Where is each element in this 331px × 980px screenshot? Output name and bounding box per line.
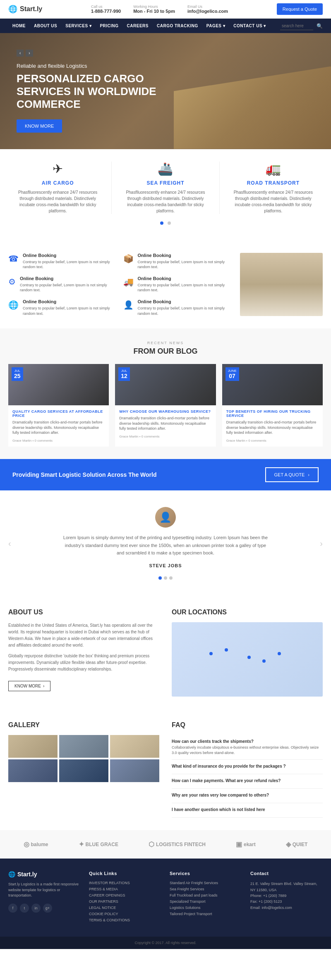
service-icon: 🚛 xyxy=(232,162,314,176)
service-desc: Phasflluorescently enhance 24/7 resource… xyxy=(232,189,314,214)
request-quote-button[interactable]: Request a Quote xyxy=(277,3,323,15)
partner-icon: ◎ xyxy=(24,840,29,848)
gallery-grid xyxy=(8,735,159,782)
get-quote-button[interactable]: GET A QUOTE › xyxy=(265,467,319,482)
feature-item: ⚙ Online Booking Contrary to popular bel… xyxy=(8,276,117,293)
footer-link[interactable]: INVESTOR RELATIONS xyxy=(89,881,161,885)
footer-service-link[interactable]: Specialized Transport xyxy=(170,899,242,904)
blog-card: JUL 12 WHY CHOOSE OUR WAREHOUSING SERVIC… xyxy=(115,364,216,447)
know-more-button[interactable]: KNOW MORE › xyxy=(8,681,50,691)
nav-link[interactable]: CAREERS xyxy=(123,19,153,33)
footer-service-link[interactable]: Logistics Solutions xyxy=(170,906,242,910)
hero-next-arrow[interactable]: › xyxy=(26,50,33,57)
testimonial-dot-2[interactable] xyxy=(164,576,167,580)
faq-item[interactable]: What kind of insurance do you provide fo… xyxy=(172,760,323,774)
gallery-image[interactable] xyxy=(8,735,58,758)
nav-link[interactable]: SERVICES ▾ xyxy=(61,19,96,33)
partner-logo: ◈QUIET xyxy=(286,840,308,848)
hours-value: Mon - Fri 10 to 5pm xyxy=(133,9,175,14)
footer-services-list: Standard Air Freight ServicesSea Freight… xyxy=(170,881,242,916)
footer-link[interactable]: LEGAL NOTICE xyxy=(89,906,161,910)
feature-desc: Contrary to popular belief, Lorem Ipsum … xyxy=(138,259,232,270)
about-text-2: Globally repurpose distinctive 'outside … xyxy=(8,653,159,673)
features-section: ☎ Online Booking Contrary to popular bel… xyxy=(0,240,331,329)
footer-service-link[interactable]: Tailored Project Transport xyxy=(170,912,242,916)
feature-desc: Contrary to popular belief, Lorem Ipsum … xyxy=(138,306,232,316)
feature-title: Online Booking xyxy=(23,299,117,304)
nav-link[interactable]: CARGO TRACKING xyxy=(153,19,202,33)
testimonial-dot-3[interactable] xyxy=(169,576,173,580)
nav-link[interactable]: PAGES ▾ xyxy=(202,19,230,33)
hero-cta-button[interactable]: KNOW MORE xyxy=(17,119,62,133)
arrow-right-icon: › xyxy=(308,472,309,477)
blog-tag: QUALITY CARGO SERVICES AT AFFORDABLE PRI… xyxy=(12,409,105,418)
faq-question: How can our clients track the shipments? xyxy=(172,739,323,744)
gallery-image[interactable] xyxy=(110,735,159,758)
arrow-right-icon: › xyxy=(43,684,44,688)
gallery-image[interactable] xyxy=(59,735,108,758)
footer-link[interactable]: TERMS & CONDITIONS xyxy=(89,918,161,922)
feature-icon: ⚙ xyxy=(8,277,16,293)
feature-text: Online Booking Contrary to popular belie… xyxy=(23,253,117,270)
social-icon[interactable]: t xyxy=(20,904,29,913)
footer-contact-title: Contact xyxy=(250,871,323,876)
blog-tag: TOP BENEFITS OF HIRING OUR TRUCKING SERV… xyxy=(226,409,319,418)
faq-item[interactable]: I have another question which is not lis… xyxy=(172,803,323,818)
nav-link[interactable]: CONTACT US ▾ xyxy=(229,19,270,33)
footer-about-col: 🌐 Start.ly Start.ly Logistics is a made … xyxy=(8,871,81,924)
footer-link[interactable]: CAREER OPENINGS xyxy=(89,893,161,897)
services-dot-2[interactable] xyxy=(168,221,171,225)
partner-logo: ⬡LOGISTICS FINTECH xyxy=(149,840,206,848)
footer-link[interactable]: PRESS & MEDIA xyxy=(89,887,161,891)
footer-service-link[interactable]: Sea Freight Services xyxy=(170,887,242,891)
gallery-image[interactable] xyxy=(59,759,108,782)
testimonial-dot-1[interactable] xyxy=(158,576,162,580)
social-icon[interactable]: in xyxy=(31,904,41,913)
testimonial-next-arrow[interactable]: › xyxy=(320,538,323,548)
call-number: 1-888-777-990 xyxy=(91,9,121,14)
features-list: ☎ Online Booking Contrary to popular bel… xyxy=(8,253,232,316)
partner-name: LOGISTICS FINTECH xyxy=(156,842,206,847)
globe-icon: 🌐 xyxy=(8,5,17,14)
feature-desc: Contrary to popular belief, Lorem Ipsum … xyxy=(20,283,117,293)
feature-item: 🚚 Online Booking Contrary to popular bel… xyxy=(123,276,232,293)
social-icon[interactable]: f xyxy=(8,904,17,913)
call-label: Call us xyxy=(91,5,121,9)
feature-desc: Contrary to popular belief, Lorem Ipsum … xyxy=(23,306,117,316)
social-icon[interactable]: g+ xyxy=(43,904,52,913)
search-icon[interactable]: 🔍 xyxy=(317,23,323,29)
footer-bottom: Copyright © 2017. All rights reserved. xyxy=(0,937,331,949)
partners-section: ◎balume✦BLUE GRACE⬡LOGISTICS FINTECH▣eka… xyxy=(0,830,331,859)
faq-answer: Collaboratively incubate ubiquitous e-bu… xyxy=(172,745,323,755)
gallery-image[interactable] xyxy=(110,759,159,782)
search-input[interactable] xyxy=(280,22,313,30)
about-locations-section: ABOUT US Established in the United State… xyxy=(0,596,331,709)
footer-link[interactable]: COOKIE POLICY xyxy=(89,912,161,916)
footer-service-link[interactable]: Standard Air Freight Services xyxy=(170,881,242,885)
nav-link[interactable]: HOME xyxy=(8,19,30,33)
partner-name: QUIET xyxy=(293,842,308,847)
blog-month: JUL xyxy=(121,369,127,373)
world-map xyxy=(172,622,323,697)
gallery-image[interactable] xyxy=(8,759,58,782)
faq-item[interactable]: How can I make payments. What are your r… xyxy=(172,774,323,789)
services-section: ✈ AIR CARGO Phasflluorescently enhance 2… xyxy=(0,149,331,240)
service-title: SEA FREIGHT xyxy=(124,180,206,186)
hero-prev-arrow[interactable]: ‹ xyxy=(17,50,24,57)
nav-link[interactable]: ABOUT US xyxy=(30,19,61,33)
blog-card: JUNE 07 TOP BENEFITS OF HIRING OUR TRUCK… xyxy=(222,364,323,447)
footer-logo: 🌐 Start.ly xyxy=(8,871,81,878)
feature-title: Online Booking xyxy=(138,253,232,258)
footer-service-link[interactable]: Full Truckload and part loads xyxy=(170,893,242,897)
footer-link[interactable]: OUR PARTNERS xyxy=(89,899,161,904)
faq-item[interactable]: Why are your rates very low compared to … xyxy=(172,789,323,803)
services-dot-1[interactable] xyxy=(160,221,163,225)
blog-date: JUL 12 xyxy=(118,367,130,381)
footer-grid: 🌐 Start.ly Start.ly Logistics is a made … xyxy=(8,871,323,924)
feature-item: 👤 Online Booking Contrary to popular bel… xyxy=(123,299,232,316)
faq-item[interactable]: How can our clients track the shipments?… xyxy=(172,735,323,760)
cta-text: Providing Smart Logistic Solution Across… xyxy=(12,471,156,478)
footer-contact-info: 21 E. Valley Stream Blvd. Valley Stream,… xyxy=(250,881,323,911)
nav-link[interactable]: PRICING xyxy=(96,19,122,33)
testimonial-prev-arrow[interactable]: ‹ xyxy=(8,538,11,548)
